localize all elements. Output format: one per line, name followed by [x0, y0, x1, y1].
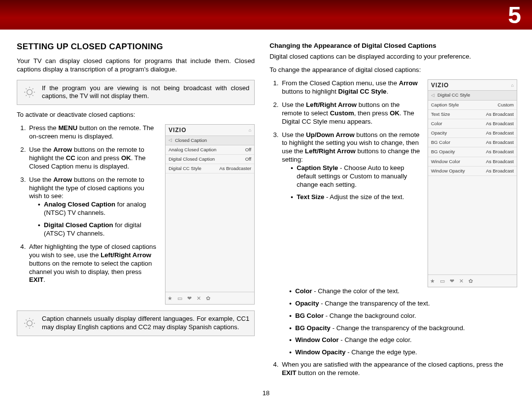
- star-icon: ★: [167, 295, 172, 302]
- lead-text: To change the appearance of digital clos…: [269, 66, 517, 74]
- sub-item: Color - Change the color of the text.: [289, 287, 517, 296]
- star-icon: ★: [430, 277, 435, 284]
- sub-item: Digital Closed Caption for digital (ATSC…: [38, 221, 158, 238]
- right-column: Changing the Appearance of Digital Close…: [269, 41, 517, 382]
- step-item: After highlighting the type of closed ca…: [28, 243, 158, 284]
- osd-title: Digital CC Style: [437, 92, 470, 98]
- gear-icon: ✿: [206, 295, 210, 302]
- sub-item: BG Opacity - Change the transparency of …: [289, 324, 517, 333]
- home-icon: ⌂: [511, 83, 514, 89]
- sub-item: BG Color - Change the background color.: [289, 312, 517, 320]
- sub-item: Analog Closed Caption for analog (NTSC) …: [38, 201, 158, 217]
- osd-footer: ★ ▭ ❤ ✕ ✿: [428, 274, 517, 287]
- sub-list: Caption Style - Choose Auto to keep defa…: [282, 164, 421, 202]
- tip-box: Caption channels usually display differe…: [17, 310, 255, 336]
- osd-brand: VIZIO: [431, 82, 449, 89]
- subsection-heading: Changing the Appearance of Digital Close…: [269, 41, 517, 50]
- sub-item: Opacity - Change the transparency of the…: [289, 300, 517, 308]
- step-item: When you are satisfied with the appearan…: [280, 361, 517, 377]
- osd-row: BG OpacityAs Broadcast: [428, 147, 517, 157]
- osd-footer: ★ ▭ ❤ ✕ ✿: [166, 292, 254, 304]
- osd-panel-closed-caption: VIZIO ⌂ ◁ Closed Caption Analog Closed C…: [165, 124, 255, 305]
- svg-point-0: [27, 90, 33, 95]
- osd-row: Text SizeAs Broadcast: [428, 110, 517, 119]
- osd-row: Window ColorAs Broadcast: [428, 157, 517, 167]
- sub-list: Analog Closed Caption for analog (NTSC) …: [29, 201, 158, 238]
- osd-title-row: ◁ Closed Caption: [166, 136, 254, 145]
- sub-list-continued: Color - Change the color of the text. Op…: [269, 287, 517, 357]
- tip-text: If the program you are viewing is not be…: [42, 84, 249, 101]
- step-item: From the Closed Caption menu, use the Ar…: [280, 79, 421, 96]
- osd-row: Window OpacityAs Broadcast: [428, 167, 517, 176]
- osd-row: BG ColorAs Broadcast: [428, 138, 517, 147]
- tip-text: Caption channels usually display differe…: [42, 315, 249, 332]
- v-icon: ❤: [450, 277, 454, 284]
- sub-item: Caption Style - Choose Auto to keep defa…: [291, 164, 421, 189]
- sub-item: Text Size - Adjust the size of the text.: [291, 193, 421, 202]
- sub-item: Window Opacity - Change the edge type.: [289, 348, 517, 357]
- sub-item: Window Color - Change the edge color.: [289, 336, 517, 344]
- lead-text: To activate or deactivate closed caption…: [17, 111, 255, 119]
- pip-icon: ▭: [440, 277, 445, 284]
- osd-title: Closed Caption: [175, 137, 207, 143]
- x-icon: ✕: [459, 277, 464, 284]
- step-list-continued: When you are satisfied with the appearan…: [269, 361, 517, 377]
- osd-brand: VIZIO: [168, 127, 186, 134]
- step-list: Press the MENU button on the remote. The…: [17, 124, 158, 284]
- osd-row: ColorAs Broadcast: [428, 119, 517, 129]
- lightbulb-icon: [22, 86, 37, 99]
- page-number: 18: [0, 389, 532, 397]
- x-icon: ✕: [197, 295, 201, 302]
- section-heading: SETTING UP CLOSED CAPTIONING: [17, 41, 255, 52]
- step-item: Use the Arrow buttons on the remote to h…: [28, 176, 158, 238]
- osd-panel-digital-cc-style: VIZIO ⌂ ◁ Digital CC Style Caption Style…: [428, 79, 517, 287]
- lightbulb-icon: [22, 317, 37, 330]
- osd-row: OpacityAs Broadcast: [428, 129, 517, 138]
- osd-row: Digital Closed CaptionOff: [166, 155, 254, 164]
- step-list: From the Closed Caption menu, use the Ar…: [269, 79, 421, 202]
- back-icon: ◁: [168, 137, 172, 143]
- step-item: Use the Up/Down Arrow buttons on the rem…: [280, 131, 421, 202]
- page-body: SETTING UP CLOSED CAPTIONING Your TV can…: [0, 30, 532, 387]
- pip-icon: ▭: [177, 295, 182, 302]
- osd-row: Analog Closed CaptionOff: [166, 145, 254, 155]
- tip-box: If the program you are viewing is not be…: [17, 80, 255, 105]
- left-column: SETTING UP CLOSED CAPTIONING Your TV can…: [17, 41, 255, 382]
- step-item: Use the Left/Right Arrow buttons on the …: [280, 101, 421, 126]
- gear-icon: ✿: [468, 277, 473, 284]
- chapter-bar: 5: [0, 0, 532, 30]
- intro-text: Digital closed captions can be displayed…: [269, 53, 517, 61]
- osd-row: Digital CC StyleAs Broadcaster: [166, 164, 254, 173]
- step-item: Press the MENU button on the remote. The…: [28, 124, 158, 141]
- back-icon: ◁: [431, 93, 434, 99]
- chapter-number: 5: [508, 1, 521, 29]
- step-item: Use the Arrow buttons on the remote to h…: [28, 146, 158, 171]
- svg-point-1: [27, 321, 33, 326]
- v-icon: ❤: [187, 295, 192, 302]
- intro-text: Your TV can display closed captions for …: [17, 57, 255, 74]
- home-icon: ⌂: [249, 128, 251, 134]
- osd-row: Caption StyleCustom: [428, 101, 517, 110]
- osd-title-row: ◁ Digital CC Style: [428, 90, 517, 100]
